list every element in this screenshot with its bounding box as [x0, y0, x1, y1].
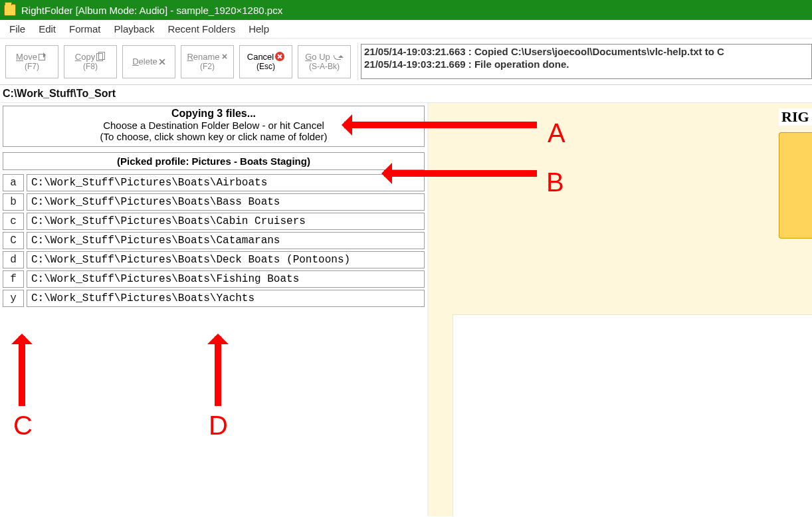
toolbar-separator	[357, 43, 358, 80]
log-line-1: 21/05/14-19:03:21.663 : Copied C:\Users\…	[364, 46, 724, 57]
folder-row: cC:\Work_Stuff\Pictures\Boats\Cabin Crui…	[3, 213, 425, 230]
log-line-2: 21/05/14-19:03:21.669 : File operation d…	[364, 58, 569, 70]
move-button[interactable]: Move (F7)	[5, 45, 58, 78]
folder-key-button[interactable]: y	[3, 290, 24, 307]
menu-playback[interactable]: Playback	[108, 21, 161, 37]
folder-path-button[interactable]: C:\Work_Stuff\Pictures\Boats\Fishing Boa…	[27, 270, 425, 288]
folder-key-button[interactable]: d	[3, 251, 24, 268]
menu-format[interactable]: Format	[62, 21, 108, 37]
folder-row: CC:\Work_Stuff\Pictures\Boats\Catamarans	[3, 232, 425, 249]
cancel-label: Cancel	[247, 52, 274, 62]
preview-frame	[453, 314, 812, 516]
folder-row: yC:\Work_Stuff\Pictures\Boats\Yachts	[3, 290, 425, 307]
go-up-shortcut: (S-A-Bk)	[309, 62, 340, 71]
current-path: C:\Work_Stuff\To_Sort	[0, 85, 812, 103]
move-shortcut: (F7)	[25, 62, 39, 71]
menu-help[interactable]: Help	[242, 21, 276, 37]
status-instruction-2: (To choose, click shown key or click nam…	[6, 131, 421, 142]
delete-x-icon	[159, 58, 165, 65]
copy-icon	[96, 53, 106, 60]
rename-shortcut: (F2)	[200, 62, 215, 71]
move-icon	[39, 53, 48, 60]
log-pane[interactable]: 21/05/14-19:03:21.663 : Copied C:\Users\…	[361, 44, 812, 79]
preview-thumbnail	[779, 132, 812, 239]
folder-row: fC:\Work_Stuff\Pictures\Boats\Fishing Bo…	[3, 270, 425, 288]
rename-x-icon	[222, 54, 227, 59]
menu-edit[interactable]: Edit	[32, 21, 62, 37]
window-title: RightFolder [Album Mode: Audio] - sample…	[21, 5, 282, 16]
status-instruction-1: Choose a Destination Folder Below - or h…	[6, 120, 421, 131]
folder-path-button[interactable]: C:\Work_Stuff\Pictures\Boats\Bass Boats	[27, 193, 425, 211]
main-area: Copying 3 files... Choose a Destination …	[0, 103, 812, 516]
folder-key-button[interactable]: b	[3, 193, 24, 211]
folder-key-button[interactable]: C	[3, 232, 24, 249]
titlebar: RightFolder [Album Mode: Audio] - sample…	[0, 0, 812, 20]
preview-pane: RIG	[429, 103, 812, 516]
cancel-icon	[275, 52, 284, 61]
folder-key-button[interactable]: c	[3, 213, 24, 230]
delete-button[interactable]: Delete	[122, 45, 175, 78]
rename-button[interactable]: Rename (F2)	[181, 45, 234, 78]
menu-file[interactable]: File	[3, 21, 32, 37]
folder-path-button[interactable]: C:\Work_Stuff\Pictures\Boats\Deck Boats …	[27, 251, 425, 268]
folder-path-button[interactable]: C:\Work_Stuff\Pictures\Boats\Yachts	[27, 290, 425, 307]
copy-button[interactable]: Copy (F8)	[64, 45, 117, 78]
folder-row: aC:\Work_Stuff\Pictures\Boats\Airboats	[3, 174, 425, 191]
go-up-icon	[332, 52, 344, 60]
go-up-button[interactable]: Go Up (S-A-Bk)	[298, 45, 351, 78]
status-block: Copying 3 files... Choose a Destination …	[3, 106, 425, 147]
app-folder-icon	[4, 4, 16, 16]
toolbar: Move (F7) Copy (F8) Delete Rename (F2)	[0, 39, 812, 85]
folder-row: bC:\Work_Stuff\Pictures\Boats\Bass Boats	[3, 193, 425, 211]
copy-shortcut: (F8)	[83, 62, 98, 71]
preview-title-fragment: RIG	[779, 108, 812, 126]
folder-path-button[interactable]: C:\Work_Stuff\Pictures\Boats\Airboats	[27, 174, 425, 191]
folder-key-button[interactable]: f	[3, 270, 24, 288]
folder-row: dC:\Work_Stuff\Pictures\Boats\Deck Boats…	[3, 251, 425, 268]
cancel-shortcut: (Esc)	[256, 62, 275, 71]
status-header: Copying 3 files...	[6, 108, 421, 120]
menu-recent-folders[interactable]: Recent Folders	[161, 21, 242, 37]
destination-panel: Copying 3 files... Choose a Destination …	[0, 103, 429, 516]
picked-profile: (Picked profile: Pictures - Boats Stagin…	[3, 152, 425, 170]
toolbar-buttons: Move (F7) Copy (F8) Delete Rename (F2)	[0, 39, 356, 84]
menubar: File Edit Format Playback Recent Folders…	[0, 20, 812, 39]
folder-list: aC:\Work_Stuff\Pictures\Boats\AirboatsbC…	[3, 174, 425, 307]
folder-path-button[interactable]: C:\Work_Stuff\Pictures\Boats\Cabin Cruis…	[27, 213, 425, 230]
cancel-button[interactable]: Cancel (Esc)	[239, 45, 292, 78]
folder-key-button[interactable]: a	[3, 174, 24, 191]
folder-path-button[interactable]: C:\Work_Stuff\Pictures\Boats\Catamarans	[27, 232, 425, 249]
